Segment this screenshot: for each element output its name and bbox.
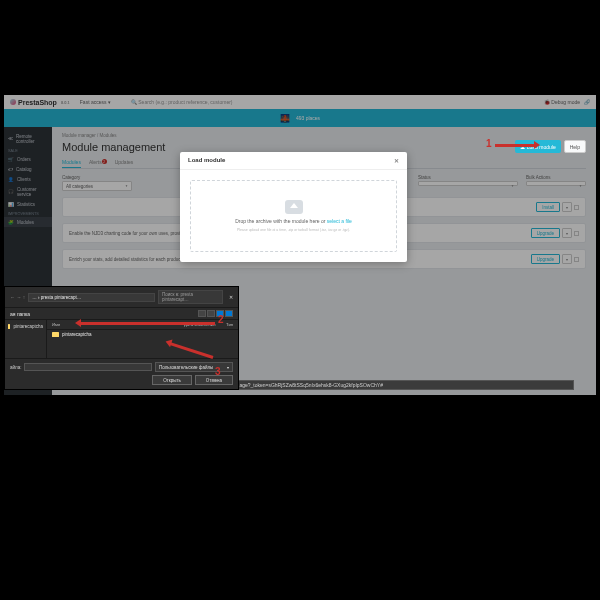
modal-title: Load module [188,157,225,164]
annotation-arrow-1 [495,144,535,147]
view-mode-buttons[interactable] [198,310,233,317]
annotation-arrow-2 [80,322,215,325]
load-module-modal: Load module ✕ Drop the archive with the … [180,152,407,262]
list-item[interactable]: pintarecaptcha [47,330,238,339]
folder-icon [52,332,59,337]
dropzone-hint: Please upload one file at a time, .zip o… [237,228,350,232]
open-button[interactable]: Открыть [152,375,192,385]
dropzone-text: Drop the archive with the module here or… [235,218,352,224]
file-dropzone[interactable]: Drop the archive with the module here or… [190,180,397,252]
close-icon[interactable]: ✕ [394,157,399,164]
select-file-link[interactable]: select a file [327,218,352,224]
search-input[interactable]: Поиск в: presta pintarecapt… [158,290,223,304]
folder-tree[interactable]: pintarecaptcha [5,320,47,358]
cloud-upload-icon [285,200,303,214]
browser-addressbar[interactable]: im/manage?_token=sGhRjSZw8tSSq5nIx6ehsk8… [219,380,574,390]
filetype-select[interactable]: Пользовательские файлы [155,362,233,372]
new-folder-button[interactable]: ая папка [10,311,30,317]
cancel-button[interactable]: Отмена [195,375,233,385]
close-icon[interactable]: ✕ [229,294,233,300]
folder-icon [8,324,10,329]
path-field[interactable]: … › presta pintarecapt… [28,293,155,302]
annotation-number-1: 1 [486,138,492,149]
filename-label: айла: [10,365,21,370]
annotation-number-3: 3 [215,366,221,377]
nav-buttons[interactable]: ← → ↑ [10,294,25,300]
file-open-dialog: ← → ↑ … › presta pintarecapt… Поиск в: p… [4,286,239,390]
col-type[interactable]: Тип [226,322,233,327]
filename-input[interactable] [24,363,152,371]
annotation-number-2: 2 [218,314,224,325]
help-button[interactable]: Help [564,140,586,153]
